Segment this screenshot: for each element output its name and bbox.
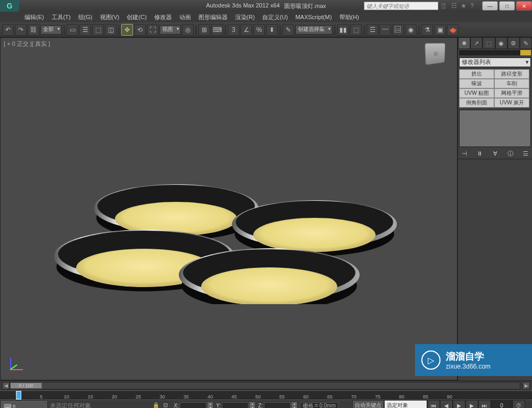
pivot-button[interactable]: ◎ <box>182 24 194 36</box>
make-unique-icon[interactable]: ∀ <box>491 149 500 158</box>
menu-animation[interactable]: 动画 <box>176 12 194 22</box>
utilities-tab[interactable]: ✎ <box>520 37 532 49</box>
curve-editor-button[interactable]: 〰 <box>379 24 391 36</box>
x-spinner[interactable]: ▴▾ <box>207 402 213 409</box>
motion-tab[interactable]: ◉ <box>495 37 508 49</box>
percent-snap-button[interactable]: % <box>253 24 265 36</box>
time-slider-thumb[interactable]: 0 / 100 <box>10 382 42 389</box>
menu-render[interactable]: 渲染(R) <box>232 12 258 22</box>
menu-tools[interactable]: 工具(T) <box>48 12 74 22</box>
mod-extrude[interactable]: 挤出 <box>459 69 494 79</box>
select-button[interactable]: ▭ <box>66 24 78 36</box>
menu-edit[interactable]: 编辑(E) <box>21 12 47 22</box>
help2-icon[interactable]: ? <box>470 2 478 10</box>
align-button[interactable]: ⬚ <box>350 24 362 36</box>
menu-modifiers[interactable]: 修改器 <box>151 12 175 22</box>
scale-button[interactable]: ⛶ <box>147 24 159 36</box>
redo-button[interactable]: ↷ <box>15 24 27 36</box>
show-result-icon[interactable]: ⏸ <box>476 149 484 158</box>
viewport-label[interactable]: [ + 0 正交 ][ 真实 ] <box>4 40 50 48</box>
window-crossing-button[interactable]: ◫ <box>105 24 117 36</box>
menu-grapheditors[interactable]: 图形编辑器 <box>195 12 231 22</box>
mod-pathdeform[interactable]: 路径变形 <box>494 69 529 79</box>
prev-frame-button[interactable]: ◀ <box>440 400 453 408</box>
spinner-snap-button[interactable]: ⬍ <box>266 24 278 36</box>
comm-icon[interactable]: ☷ <box>451 2 459 10</box>
hierarchy-tab[interactable]: ⬚ <box>483 37 495 49</box>
refcoord-dropdown[interactable]: 视图 <box>160 25 181 35</box>
menu-maxscript[interactable]: MAXScript(M) <box>292 13 335 21</box>
snap-button[interactable]: 3 <box>228 24 239 36</box>
mod-uvwmap[interactable]: UVW 贴图 <box>459 88 494 98</box>
config-stack-icon[interactable]: ☲ <box>521 149 530 158</box>
object-color-strip[interactable] <box>459 50 531 55</box>
script-listener-button[interactable]: ⌨ ≡ <box>1 401 47 408</box>
current-frame-input[interactable]: 0 <box>491 400 512 408</box>
y-spinner[interactable]: ▴▾ <box>250 402 255 409</box>
rendered-frame-button[interactable]: ▣ <box>434 24 446 36</box>
schematic-button[interactable]: ⿳ <box>392 24 404 36</box>
viewcube[interactable]: 前 <box>425 43 445 66</box>
render-button[interactable]: 🫖 <box>447 24 459 36</box>
remove-mod-icon[interactable]: ⓘ <box>506 149 514 158</box>
help-icon[interactable]: ⍰ <box>442 2 449 10</box>
create-tab[interactable]: ✺ <box>458 37 470 49</box>
timeslider-left-arrow[interactable]: ◀ <box>2 382 10 389</box>
mirror-button[interactable]: ▮▮ <box>337 24 349 36</box>
mod-lathe[interactable]: 车削 <box>494 79 529 88</box>
x-input[interactable] <box>180 402 206 409</box>
named-selset-dropdown[interactable]: 创建选择集 <box>295 25 332 35</box>
watermark-en: zixue.3d66.com <box>446 363 491 370</box>
modifier-list-dropdown[interactable]: 修改器列表 <box>459 58 531 67</box>
menu-create[interactable]: 创建(C) <box>123 12 149 22</box>
sel-set-field[interactable]: 选定对象 <box>384 400 427 408</box>
select-name-button[interactable]: ☰ <box>79 24 91 36</box>
display-tab[interactable]: ⚙ <box>508 37 520 49</box>
mod-uvwunwrap[interactable]: UVW 展开 <box>494 98 529 108</box>
auto-key-button[interactable]: 自动关键点 <box>352 400 384 408</box>
star-icon[interactable]: ★ <box>461 2 468 10</box>
time-slider-track[interactable]: 0 / 100 <box>10 382 520 389</box>
minimize-button[interactable]: — <box>482 1 498 11</box>
next-frame-button[interactable]: ▶ <box>466 400 478 408</box>
modify-tab[interactable]: ↗ <box>470 37 483 49</box>
move-button[interactable]: ✥ <box>121 24 133 36</box>
select-rect-button[interactable]: ⬚ <box>92 24 104 36</box>
menu-customize[interactable]: 自定义(U) <box>259 12 291 22</box>
maximize-button[interactable]: □ <box>499 1 515 11</box>
angle-snap-button[interactable]: ∠ <box>240 24 252 36</box>
time-ruler[interactable]: 051015202530354045505560657075808590 <box>0 390 532 400</box>
menu-help[interactable]: 帮助(H) <box>336 12 362 22</box>
rotate-button[interactable]: ⟲ <box>134 24 146 36</box>
search-input[interactable] <box>364 2 438 10</box>
manip-button[interactable]: ⊞ <box>198 24 210 36</box>
timeslider-right-arrow[interactable]: ▶ <box>522 382 530 389</box>
material-button[interactable]: ◉ <box>405 24 417 36</box>
keyboard-button[interactable]: ⌨ <box>211 24 223 36</box>
app-icon[interactable]: G <box>0 0 19 12</box>
goto-start-button[interactable]: ⏮ <box>427 400 440 408</box>
layer-button[interactable]: ☲ <box>367 24 378 36</box>
modifier-stack[interactable] <box>459 110 531 147</box>
mod-noise[interactable]: 噪波 <box>459 79 494 88</box>
menu-view[interactable]: 视图(V) <box>97 12 123 22</box>
z-spinner[interactable]: ▴▾ <box>292 402 297 409</box>
z-input[interactable] <box>264 402 290 409</box>
play-button[interactable]: ▶ <box>453 400 466 408</box>
lock-icon[interactable]: 🔒 <box>153 402 160 409</box>
isolate-icon[interactable]: ⊡ <box>163 402 171 409</box>
y-input[interactable] <box>222 402 248 409</box>
filter-dropdown[interactable]: 全部 <box>40 25 62 35</box>
link-button[interactable]: ⛓ <box>28 24 39 36</box>
pin-stack-icon[interactable]: ⊣ <box>460 149 469 158</box>
viewport[interactable]: [ + 0 正交 ][ 真实 ] 前 <box>0 37 458 380</box>
mod-meshsmooth[interactable]: 网格平滑 <box>494 88 529 98</box>
close-button[interactable]: ✕ <box>516 1 532 11</box>
edit-sel-button[interactable]: ✎ <box>282 24 294 36</box>
render-setup-button[interactable]: ⚗ <box>421 24 433 36</box>
mod-bevelprofile[interactable]: 倒角剖面 <box>459 98 494 108</box>
goto-end-button[interactable]: ⏭ <box>478 400 491 408</box>
undo-button[interactable]: ↶ <box>2 24 14 36</box>
menu-group[interactable]: 组(G) <box>75 12 96 22</box>
time-config-button[interactable]: ⏱ <box>512 400 525 408</box>
